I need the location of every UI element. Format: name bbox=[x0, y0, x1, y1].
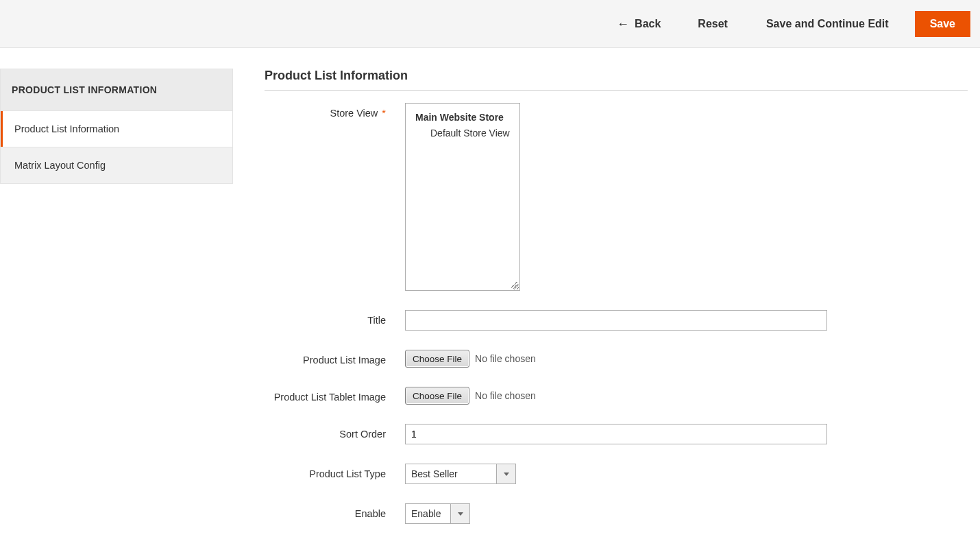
save-button[interactable]: Save bbox=[915, 11, 970, 37]
file-status-image: No file chosen bbox=[475, 353, 536, 364]
file-status-tablet-image: No file chosen bbox=[475, 390, 536, 401]
label-sort-order: Sort Order bbox=[265, 424, 405, 440]
back-button[interactable]: ← Back bbox=[606, 12, 672, 36]
label-product-list-tablet-image: Product List Tablet Image bbox=[265, 387, 405, 403]
store-view-select[interactable]: Main Website Store Default Store View bbox=[405, 103, 520, 291]
select-value: Best Seller bbox=[406, 464, 496, 483]
label-title: Title bbox=[265, 310, 405, 326]
main-content: Product List Information Store View* Mai… bbox=[233, 48, 980, 550]
back-button-label: Back bbox=[635, 18, 661, 30]
sort-order-input[interactable] bbox=[405, 424, 827, 444]
product-list-type-select[interactable]: Best Seller bbox=[405, 464, 516, 484]
sidebar-item-matrix-layout-config[interactable]: Matrix Layout Config bbox=[1, 147, 232, 183]
save-button-label: Save bbox=[930, 18, 955, 29]
title-input[interactable] bbox=[405, 310, 827, 331]
sidebar-item-product-list-information[interactable]: Product List Information bbox=[1, 111, 232, 147]
store-view-option[interactable]: Default Store View bbox=[406, 125, 519, 141]
choose-file-button-image[interactable]: Choose File bbox=[405, 350, 469, 368]
sidebar-item-label: Matrix Layout Config bbox=[14, 160, 106, 171]
enable-select[interactable]: Enable bbox=[405, 503, 470, 524]
section-nav-title: PRODUCT LIST INFORMATION bbox=[1, 69, 232, 111]
save-continue-button[interactable]: Save and Continue Edit bbox=[754, 12, 901, 36]
top-action-bar: ← Back Reset Save and Continue Edit Save bbox=[0, 0, 980, 48]
store-group-option[interactable]: Main Website Store bbox=[406, 109, 519, 125]
select-value: Enable bbox=[406, 504, 450, 523]
save-continue-button-label: Save and Continue Edit bbox=[766, 18, 889, 29]
reset-button[interactable]: Reset bbox=[685, 12, 740, 36]
chevron-down-icon bbox=[450, 504, 469, 523]
fieldset-title: Product List Information bbox=[265, 69, 968, 91]
label-product-list-image: Product List Image bbox=[265, 350, 405, 366]
reset-button-label: Reset bbox=[698, 18, 728, 29]
label-enable: Enable bbox=[265, 503, 405, 519]
label-product-list-type: Product List Type bbox=[265, 464, 405, 479]
sidebar: PRODUCT LIST INFORMATION Product List In… bbox=[0, 69, 233, 184]
label-store-view: Store View* bbox=[265, 103, 405, 119]
sidebar-item-label: Product List Information bbox=[14, 123, 119, 134]
choose-file-button-tablet-image[interactable]: Choose File bbox=[405, 387, 469, 405]
section-nav: PRODUCT LIST INFORMATION Product List In… bbox=[0, 69, 233, 184]
chevron-down-icon bbox=[496, 464, 515, 483]
arrow-left-icon: ← bbox=[617, 18, 629, 30]
